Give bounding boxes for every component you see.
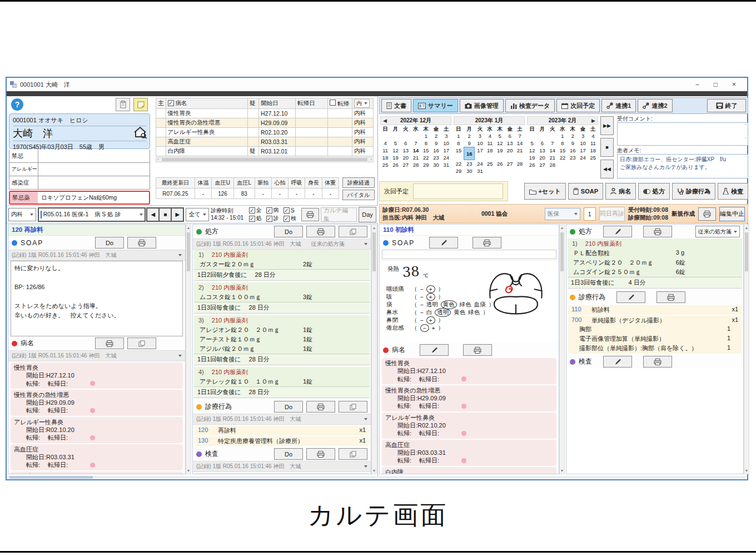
diagnosis-card[interactable]: 慢性胃炎の急性増悪開始日:H29.09.09転帰:転帰日: <box>11 390 183 416</box>
next-visit-field[interactable] <box>413 183 503 199</box>
medical-acts-button[interactable]: 診療行為 <box>672 183 715 200</box>
filter-checkbox[interactable] <box>284 216 290 222</box>
calendar-day[interactable]: 30 <box>431 161 441 168</box>
same-day-revisit-button[interactable]: 同日再診 <box>599 207 625 221</box>
calendar-day[interactable]: 9 <box>431 140 441 147</box>
calendar-day[interactable]: 20 <box>505 147 515 160</box>
calendar-day[interactable]: 26 <box>390 161 400 168</box>
diagnosis-card[interactable]: 高血圧症開始日:R03.03.31転帰:転帰日: <box>382 440 556 466</box>
calendar-day[interactable]: 29 <box>421 161 431 168</box>
exit-button[interactable]: 終了 <box>707 99 746 112</box>
karte-edit-button[interactable]: カルテ編集 <box>321 207 357 222</box>
edit-button[interactable] <box>603 356 632 368</box>
contra-row[interactable]: 禁忌 <box>9 150 150 163</box>
revision-select[interactable]: (記録) 1版 R05.01.16 15:01:46 神田 大城 <box>193 414 371 425</box>
diagnosis-card[interactable]: 慢性胃炎の急性増悪開始日:H29.09.09転帰:転帰日: <box>382 385 556 411</box>
note-button[interactable] <box>133 98 148 111</box>
filter-checkbox[interactable] <box>249 207 255 214</box>
calendar-day[interactable]: 27 <box>401 161 411 168</box>
act-row[interactable]: 130特定疾患療養管理料（診療所）x1 <box>195 436 369 446</box>
calendar-day[interactable]: 2 <box>464 132 475 140</box>
calendar-day[interactable]: 14 <box>515 140 525 147</box>
calendar-day[interactable]: 7 <box>548 140 558 147</box>
calendar-day[interactable]: 8 <box>558 140 568 147</box>
calendar-day[interactable]: 11 <box>588 140 598 147</box>
patient-box[interactable]: 0001001 オオサキ ヒロシ 大崎 洋 1970(S45)年03月03日 5… <box>9 113 150 149</box>
help-icon[interactable]: ? <box>11 98 23 111</box>
insurance-number[interactable]: 1 <box>584 207 596 221</box>
copy-button[interactable] <box>339 226 367 237</box>
calendar-day[interactable]: 1 <box>421 132 431 140</box>
diagnosis-card[interactable]: アレルギー性鼻炎開始日:R02.10.20転帰:転帰日: <box>382 413 556 439</box>
diagnosis-card[interactable]: 白内障開始日:R03.12.01(疑い)転帰:転帰日: <box>382 467 556 474</box>
calendar-day[interactable]: 28 <box>515 160 525 167</box>
progress-button[interactable]: 診療経過 <box>342 177 375 188</box>
edit-button[interactable] <box>429 237 458 249</box>
labs-button[interactable]: 検査 <box>718 183 748 200</box>
print-button[interactable] <box>643 356 672 368</box>
calendar-day[interactable]: 17 <box>578 147 588 154</box>
rx-group[interactable]: 3)210 内服薬剤アレジオン錠２０ ２０ｍｇ1錠アーチスト錠１０ｍｇ1錠アジル… <box>194 315 370 365</box>
calendar-day[interactable]: 19 <box>495 147 505 160</box>
print-button[interactable] <box>306 448 335 460</box>
calendar-day[interactable]: 8 <box>421 140 431 147</box>
disease-row[interactable]: アレルギー性鼻炎R02.10.20内科 <box>156 128 374 137</box>
calendar-day[interactable]: 27 <box>537 161 547 168</box>
calendar-next-icon[interactable]: ▶ <box>591 118 595 123</box>
vitals-button[interactable]: バイタル <box>342 190 375 200</box>
print-button[interactable] <box>127 237 156 249</box>
disease-row[interactable]: 慢性胃炎の急性増悪H29.09.09内科 <box>156 118 374 128</box>
calendar-day[interactable]: 31 <box>475 167 485 175</box>
calendar-day[interactable]: 4 <box>588 132 598 140</box>
reception-comment-box[interactable]: ⌃⌄ <box>617 122 748 146</box>
calendar-day[interactable]: 18 <box>380 154 390 161</box>
soap-text[interactable]: 特に変わりなし。 BP: 126/86 ストレスをためないよう指導。 辛いものが… <box>11 261 183 336</box>
edit-button[interactable] <box>603 226 632 237</box>
contraindicated-drug-row[interactable]: 禁忌薬 ロキソプロフェンNa錠60mg <box>9 191 150 205</box>
print-button[interactable] <box>306 226 335 237</box>
allergy-row[interactable]: アレルギー <box>9 163 150 176</box>
calendar-day[interactable]: 9 <box>464 140 475 147</box>
rx-group[interactable]: 1)210 内服薬剤ＰＬ配合顆粒3 gアスベリン錠２０ ２０ｍｇ6錠ムコダイン錠… <box>568 239 742 289</box>
revision-select[interactable]: (記録) 1版 R05.01.16 15:01:46 神田 大城 <box>8 250 185 261</box>
link1-button[interactable]: 連携1 <box>601 99 636 112</box>
filter-checkbox[interactable] <box>266 207 272 214</box>
calendar-day[interactable]: 18 <box>588 147 598 154</box>
calendar-day[interactable]: 23 <box>464 160 475 167</box>
revision-select[interactable]: (記録) 1版 R05.01.16 15:01:46 神田 大城従来の処方箋 <box>193 239 371 250</box>
copy-button[interactable] <box>339 448 367 460</box>
calendar-day[interactable]: 7 <box>411 140 421 147</box>
diagnosis-card[interactable]: 慢性胃炎開始日:H27.12.10転帰:転帰日: <box>382 358 556 384</box>
calendar-day[interactable]: 12 <box>495 140 505 147</box>
scrollbar[interactable]: ▲▼ <box>559 224 565 474</box>
lab-data-button[interactable]: 検査データ <box>505 99 555 112</box>
calendar-day[interactable]: 29 <box>454 167 464 175</box>
calendar-day[interactable]: 13 <box>505 140 515 147</box>
rewind-button[interactable]: ◀◀ <box>600 160 614 178</box>
calendar-day[interactable]: 9 <box>568 140 578 147</box>
calendar-day[interactable]: 11 <box>380 147 390 154</box>
calendar-day[interactable]: 28 <box>548 161 558 168</box>
stop-button[interactable]: ■ <box>158 207 172 222</box>
calendar-day[interactable]: 6 <box>505 132 515 140</box>
dept-filter-select[interactable]: 内 <box>354 99 370 108</box>
calendar-day[interactable]: 25 <box>588 154 598 161</box>
filter-checkbox[interactable] <box>266 216 272 222</box>
print-button[interactable] <box>472 237 501 249</box>
calendar-day[interactable]: 27 <box>505 160 515 167</box>
minimize-button[interactable]: − <box>695 81 699 88</box>
link2-button[interactable]: 連携2 <box>638 99 672 112</box>
next-appointment-button[interactable]: 次回予定 <box>556 99 600 112</box>
new-create-label[interactable]: 新規作成 <box>672 210 695 218</box>
rx-type-select[interactable]: 従来の処方箋 <box>695 226 740 237</box>
name-filter-checkbox[interactable] <box>168 100 174 106</box>
calendar-day[interactable]: 23 <box>568 154 578 161</box>
calendar-day[interactable]: 15 <box>454 147 464 160</box>
calendar-day[interactable]: 15 <box>558 147 568 154</box>
rx-group[interactable]: 4)210 内服薬剤アテレック錠１０ １０ｍｇ1錠1日1回夕食後に 28 日分 <box>194 367 370 398</box>
calendar-day[interactable]: 22 <box>558 154 568 161</box>
disease-hscrollbar[interactable]: ‹› <box>156 157 374 162</box>
calendar-day[interactable]: 17 <box>475 147 485 160</box>
calendar-day[interactable]: 1 <box>558 132 568 140</box>
calendar-day[interactable]: 23 <box>431 154 441 161</box>
